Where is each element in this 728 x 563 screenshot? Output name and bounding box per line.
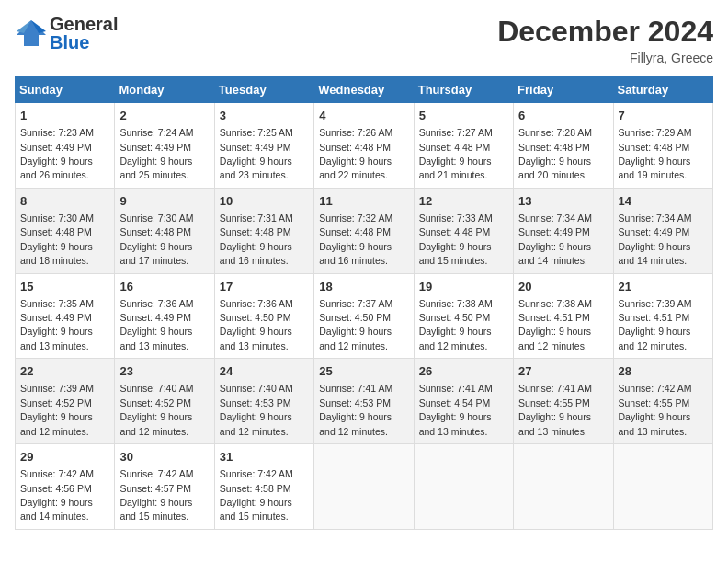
logo-blue-text: Blue	[50, 33, 118, 52]
day-number: 1	[20, 108, 109, 124]
day-number: 8	[20, 193, 109, 210]
day-number: 27	[518, 363, 608, 380]
day-info: Sunrise: 7:33 AMSunset: 4:48 PMDaylight:…	[419, 213, 493, 266]
day-info: Sunrise: 7:30 AMSunset: 4:48 PMDaylight:…	[20, 213, 94, 266]
day-info: Sunrise: 7:30 AMSunset: 4:48 PMDaylight:…	[119, 213, 193, 266]
calendar-week-5: 29 Sunrise: 7:42 AMSunset: 4:56 PMDaylig…	[16, 444, 713, 530]
weekday-header-monday: Monday	[115, 77, 214, 103]
day-number: 7	[619, 108, 708, 124]
day-info: Sunrise: 7:34 AMSunset: 4:49 PMDaylight:…	[518, 213, 592, 266]
day-info: Sunrise: 7:38 AMSunset: 4:51 PMDaylight:…	[518, 298, 592, 351]
calendar-cell: 31 Sunrise: 7:42 AMSunset: 4:58 PMDaylig…	[214, 444, 313, 530]
day-info: Sunrise: 7:23 AMSunset: 4:49 PMDaylight:…	[20, 127, 94, 180]
day-number: 6	[518, 108, 608, 124]
weekday-header-tuesday: Tuesday	[214, 77, 313, 103]
day-number: 5	[419, 108, 508, 124]
title-block: December 2024 Fillyra, Greece	[497, 15, 713, 65]
day-number: 30	[119, 449, 209, 465]
calendar-cell: 9 Sunrise: 7:30 AMSunset: 4:48 PMDayligh…	[115, 188, 214, 273]
day-info: Sunrise: 7:40 AMSunset: 4:53 PMDaylight:…	[220, 383, 293, 436]
day-number: 18	[319, 279, 408, 295]
day-number: 28	[619, 363, 708, 380]
day-info: Sunrise: 7:38 AMSunset: 4:50 PMDaylight:…	[419, 298, 493, 351]
day-info: Sunrise: 7:36 AMSunset: 4:50 PMDaylight:…	[220, 298, 293, 351]
calendar-cell	[514, 444, 613, 530]
day-number: 2	[119, 108, 209, 124]
day-info: Sunrise: 7:36 AMSunset: 4:49 PMDaylight:…	[119, 298, 193, 351]
day-number: 25	[319, 363, 408, 380]
calendar-cell: 12 Sunrise: 7:33 AMSunset: 4:48 PMDaylig…	[414, 188, 513, 273]
day-number: 15	[20, 279, 109, 295]
day-number: 26	[419, 363, 508, 380]
calendar-cell: 5 Sunrise: 7:27 AMSunset: 4:48 PMDayligh…	[414, 103, 513, 189]
day-info: Sunrise: 7:26 AMSunset: 4:48 PMDaylight:…	[319, 127, 392, 180]
logo-name: General Blue	[50, 15, 118, 52]
weekday-header-friday: Friday	[514, 77, 613, 103]
logo: General Blue	[15, 15, 118, 52]
day-info: Sunrise: 7:42 AMSunset: 4:56 PMDaylight:…	[20, 468, 94, 522]
day-number: 29	[20, 449, 109, 465]
svg-marker-0	[17, 20, 46, 46]
bird-icon	[15, 17, 48, 50]
day-info: Sunrise: 7:34 AMSunset: 4:49 PMDaylight:…	[619, 213, 692, 266]
day-number: 12	[419, 193, 508, 210]
day-number: 20	[518, 279, 608, 295]
day-number: 24	[220, 363, 309, 380]
day-number: 22	[20, 363, 109, 380]
day-info: Sunrise: 7:40 AMSunset: 4:52 PMDaylight:…	[119, 383, 193, 436]
calendar-week-2: 8 Sunrise: 7:30 AMSunset: 4:48 PMDayligh…	[16, 188, 713, 273]
day-info: Sunrise: 7:27 AMSunset: 4:48 PMDaylight:…	[419, 127, 493, 180]
day-info: Sunrise: 7:32 AMSunset: 4:48 PMDaylight:…	[319, 213, 392, 266]
calendar-cell: 17 Sunrise: 7:36 AMSunset: 4:50 PMDaylig…	[214, 273, 313, 359]
day-number: 19	[419, 279, 508, 295]
calendar-cell: 2 Sunrise: 7:24 AMSunset: 4:49 PMDayligh…	[115, 103, 214, 189]
calendar-cell: 30 Sunrise: 7:42 AMSunset: 4:57 PMDaylig…	[115, 444, 214, 530]
day-number: 4	[319, 108, 408, 124]
weekday-header-thursday: Thursday	[414, 77, 513, 103]
day-info: Sunrise: 7:42 AMSunset: 4:57 PMDaylight:…	[119, 468, 193, 522]
day-info: Sunrise: 7:37 AMSunset: 4:50 PMDaylight:…	[319, 298, 392, 351]
location: Fillyra, Greece	[497, 51, 713, 65]
day-number: 11	[319, 193, 408, 210]
day-info: Sunrise: 7:39 AMSunset: 4:52 PMDaylight:…	[20, 383, 94, 436]
calendar-cell: 28 Sunrise: 7:42 AMSunset: 4:55 PMDaylig…	[613, 359, 712, 444]
day-number: 9	[119, 193, 209, 210]
calendar-cell: 29 Sunrise: 7:42 AMSunset: 4:56 PMDaylig…	[16, 444, 115, 530]
day-number: 16	[119, 279, 209, 295]
calendar-cell: 19 Sunrise: 7:38 AMSunset: 4:50 PMDaylig…	[414, 273, 513, 359]
calendar-cell: 4 Sunrise: 7:26 AMSunset: 4:48 PMDayligh…	[314, 103, 414, 189]
calendar-cell: 20 Sunrise: 7:38 AMSunset: 4:51 PMDaylig…	[514, 273, 613, 359]
day-number: 3	[220, 108, 309, 124]
calendar-week-1: 1 Sunrise: 7:23 AMSunset: 4:49 PMDayligh…	[16, 103, 713, 189]
calendar-week-4: 22 Sunrise: 7:39 AMSunset: 4:52 PMDaylig…	[16, 359, 713, 444]
day-number: 10	[220, 193, 309, 210]
day-number: 17	[220, 279, 309, 295]
day-info: Sunrise: 7:25 AMSunset: 4:49 PMDaylight:…	[220, 127, 293, 180]
day-number: 21	[619, 279, 708, 295]
day-number: 14	[619, 193, 708, 210]
calendar-cell: 16 Sunrise: 7:36 AMSunset: 4:49 PMDaylig…	[115, 273, 214, 359]
day-number: 13	[518, 193, 608, 210]
calendar-cell: 10 Sunrise: 7:31 AMSunset: 4:48 PMDaylig…	[214, 188, 313, 273]
day-info: Sunrise: 7:35 AMSunset: 4:49 PMDaylight:…	[20, 298, 94, 351]
day-info: Sunrise: 7:24 AMSunset: 4:49 PMDaylight:…	[119, 127, 193, 180]
calendar-cell	[613, 444, 712, 530]
logo-general-text: General	[50, 15, 118, 33]
calendar-cell: 8 Sunrise: 7:30 AMSunset: 4:48 PMDayligh…	[16, 188, 115, 273]
calendar-cell: 26 Sunrise: 7:41 AMSunset: 4:54 PMDaylig…	[414, 359, 513, 444]
calendar-cell: 6 Sunrise: 7:28 AMSunset: 4:48 PMDayligh…	[514, 103, 613, 189]
calendar-cell: 25 Sunrise: 7:41 AMSunset: 4:53 PMDaylig…	[314, 359, 414, 444]
calendar-week-3: 15 Sunrise: 7:35 AMSunset: 4:49 PMDaylig…	[16, 273, 713, 359]
day-info: Sunrise: 7:41 AMSunset: 4:53 PMDaylight:…	[319, 383, 392, 436]
day-info: Sunrise: 7:41 AMSunset: 4:55 PMDaylight:…	[518, 383, 592, 436]
day-info: Sunrise: 7:42 AMSunset: 4:58 PMDaylight:…	[220, 468, 293, 522]
day-info: Sunrise: 7:42 AMSunset: 4:55 PMDaylight:…	[619, 383, 692, 436]
day-info: Sunrise: 7:29 AMSunset: 4:48 PMDaylight:…	[619, 127, 692, 180]
calendar-cell: 15 Sunrise: 7:35 AMSunset: 4:49 PMDaylig…	[16, 273, 115, 359]
calendar-cell: 11 Sunrise: 7:32 AMSunset: 4:48 PMDaylig…	[314, 188, 414, 273]
calendar-cell: 21 Sunrise: 7:39 AMSunset: 4:51 PMDaylig…	[613, 273, 712, 359]
calendar-cell: 13 Sunrise: 7:34 AMSunset: 4:49 PMDaylig…	[514, 188, 613, 273]
calendar-cell: 7 Sunrise: 7:29 AMSunset: 4:48 PMDayligh…	[613, 103, 712, 189]
day-number: 23	[119, 363, 209, 380]
calendar-cell: 27 Sunrise: 7:41 AMSunset: 4:55 PMDaylig…	[514, 359, 613, 444]
